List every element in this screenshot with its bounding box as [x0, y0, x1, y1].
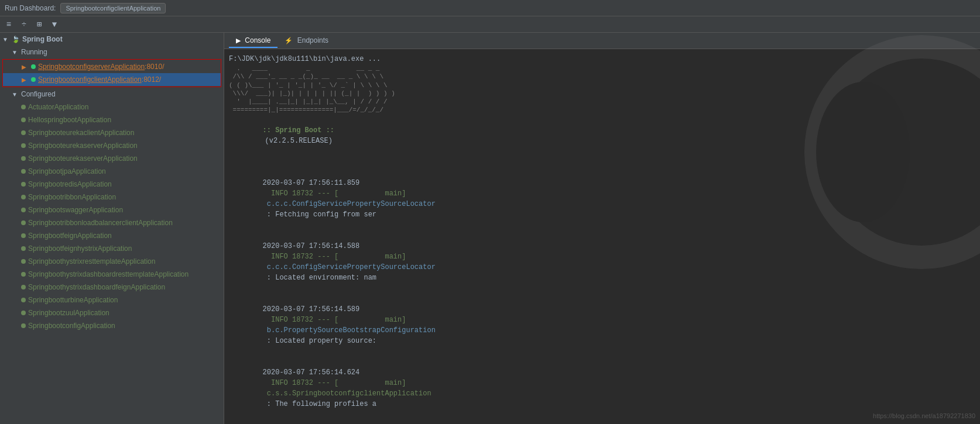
configclient-port: :8012/: [142, 75, 161, 84]
tab-console-label: Console: [245, 36, 270, 44]
ascii-line-6: =========|_|==============|___/=/_/_/_/: [229, 106, 975, 114]
tree-item-hello[interactable]: HellospringbootApplication: [0, 113, 224, 126]
log-line-4: 2020-03-07 17:56:14.624 INFO 18732 --- […: [229, 357, 975, 420]
tree-item-zuul[interactable]: SpringbootzuulApplication: [0, 306, 224, 319]
ascii-line-5: ' |____| .__|_| |_|_| |_\__, | / / / /: [229, 98, 975, 106]
tree-item-ribbon[interactable]: SpringbootribbonApplication: [0, 191, 224, 204]
label-config: SpringbootconfigApplication: [28, 322, 115, 330]
dot-eurekaserver1: [21, 143, 26, 148]
endpoints-tab-icon: ⚡: [285, 37, 293, 44]
dot-config: [21, 323, 26, 328]
toolbar-btn-menu[interactable]: ≡: [2, 18, 15, 31]
tree-item-redis[interactable]: SpringbootredisApplication: [0, 178, 224, 191]
label-ribbonlb: SpringbootribbonloadbalancerclientApplic…: [28, 219, 173, 227]
tree-item-hystrixdashfeign[interactable]: SpringboothystrixdashboardfeignApplicati…: [0, 281, 224, 294]
dot-feign: [21, 233, 26, 238]
dot-ribbon: [21, 195, 26, 199]
configured-group: ▼ Configured ActuatorApplication Hellosp…: [0, 88, 224, 332]
label-ribbon: SpringbootribbonApplication: [28, 193, 116, 201]
watermark: https://blog.csdn.net/a18792271830: [873, 412, 975, 419]
tree-item-hystrixdashrest[interactable]: SpringboothystrixdashboardresttemplateAp…: [0, 268, 224, 281]
dot-hystrixdashrest: [21, 272, 26, 277]
label-eurekaserver: SpringbooteurekaserverApplication: [28, 154, 138, 163]
toolbar-btn-filter[interactable]: ▼: [48, 18, 61, 31]
running-group: ▼ Running ▶ SpringbootconfigserverApplic…: [0, 46, 224, 87]
log-line-5: 2020-03-07 17:56:14.992 INFO 18732 --- […: [229, 420, 975, 424]
label-hystrixdashfeign: SpringboothystrixdashboardfeignApplicati…: [28, 283, 165, 291]
label-hystrixdashrest: SpringboothystrixdashboardresttemplateAp…: [28, 270, 189, 278]
ascii-line-1: . ____ _ __ _ _: [229, 64, 975, 73]
log-line-1: 2020-03-07 17:56:11.859 INFO 18732 --- […: [229, 167, 975, 230]
spring-label: :: Spring Boot ::: [263, 126, 334, 135]
arrow-configclient: ▶: [22, 77, 31, 83]
right-panel: ▶ Console ⚡ Endpoints F:\JDK\jdk\jdk8u11…: [224, 33, 980, 424]
tab-endpoints[interactable]: ⚡ Endpoints: [277, 34, 335, 48]
toolbar: ≡ ÷ ⊞ ▼: [0, 16, 980, 33]
ascii-line-3: ( ( )\___ | '_ | '_| | '_ \/ _` | \ \ \ …: [229, 81, 975, 89]
tree-item-feignhystrix[interactable]: SpringbootfeignhystrixApplication: [0, 242, 224, 255]
label-eurekaclient: SpringbooteurekaclientApplication: [28, 129, 134, 137]
ascii-line-2: /\\ / ___'_ __ _ _(_)_ __ __ _ \ \ \ \: [229, 73, 975, 81]
spring-version: (v2.2.5.RELEASE): [265, 137, 333, 145]
label-eurekaserver1: SpringbooteurekaserverApplication: [28, 142, 138, 150]
run-dot-configserver: [31, 64, 36, 69]
label-turbine: SpringbootturbineApplication: [28, 296, 118, 304]
tree-item-configclient[interactable]: ▶ SpringbootconfigclientApplication :801…: [3, 73, 221, 86]
tab-console[interactable]: ▶ Console: [229, 34, 277, 48]
tree-item-config[interactable]: SpringbootconfigApplication: [0, 319, 224, 332]
tree-item-eurekaserver1[interactable]: SpringbooteurekaserverApplication: [0, 139, 224, 152]
dot-turbine: [21, 298, 26, 302]
label-hystrixrest: SpringboothystrixresttemplateApplication: [28, 257, 155, 266]
dot-ribbonlb: [21, 220, 26, 225]
label-swagger: SpringbootswaggerApplication: [28, 206, 123, 214]
red-border-running-items: ▶ SpringbootconfigserverApplication :801…: [2, 59, 221, 87]
toolbar-btn-split[interactable]: ÷: [18, 18, 30, 31]
dot-hystrixdashfeign: [21, 285, 26, 289]
tree-arrow-running: ▼: [12, 49, 21, 56]
top-bar: Run Dashboard: SpringbootconfigclientApp…: [0, 0, 980, 16]
ascii-line-4: \\\/ ___)| |_)| | | | | || (_| | ) ) ) ): [229, 89, 975, 98]
log-line-2: 2020-03-07 17:56:14.588 INFO 18732 --- […: [229, 230, 975, 294]
dot-actuator: [21, 105, 26, 109]
active-run-tab[interactable]: SpringbootconfigclientApplication: [60, 3, 166, 13]
arrow-configserver: ▶: [22, 64, 31, 70]
springboot-icon: 🍃: [12, 36, 20, 43]
dot-zuul: [21, 311, 26, 315]
tree-item-hystrixrest[interactable]: SpringboothystrixresttemplateApplication: [0, 255, 224, 268]
tree-configured[interactable]: ▼ Configured: [0, 88, 224, 101]
run-dot-configclient: [31, 77, 36, 82]
console-output[interactable]: F:\JDK\jdk\jdk8u111\bin\java.exe ... . _…: [224, 49, 980, 424]
dot-swagger: [21, 208, 26, 212]
dot-hello: [21, 118, 26, 122]
tree-item-actuator[interactable]: ActuatorApplication: [0, 101, 224, 113]
toolbar-btn-layout[interactable]: ⊞: [33, 18, 46, 31]
tree-arrow-springboot: ▼: [2, 36, 12, 43]
label-actuator: ActuatorApplication: [28, 103, 88, 111]
dot-redis: [21, 182, 26, 187]
tree-running[interactable]: ▼ Running: [0, 46, 224, 58]
main-layout: ▼ 🍃 Spring Boot ▼ Running ▶ Springbootco…: [0, 33, 980, 424]
tree-item-eurekaserver[interactable]: SpringbooteurekaserverApplication: [0, 152, 224, 165]
running-label: Running: [21, 48, 47, 56]
tree-item-ribbonlb[interactable]: SpringbootribbonloadbalancerclientApplic…: [0, 216, 224, 229]
tree-item-jpa[interactable]: SpringbootjpaApplication: [0, 165, 224, 178]
console-tab-icon: ▶: [236, 37, 241, 44]
tree-arrow-configured: ▼: [12, 91, 21, 98]
spring-boot-version: :: Spring Boot :: (v2.2.5.RELEASE): [229, 115, 975, 157]
tab-endpoints-label: Endpoints: [297, 36, 328, 44]
tree-item-configserver[interactable]: ▶ SpringbootconfigserverApplication :801…: [3, 60, 221, 73]
tree-item-eurekaclient[interactable]: SpringbooteurekaclientApplication: [0, 126, 224, 139]
label-feignhystrix: SpringbootfeignhystrixApplication: [28, 244, 132, 253]
tree-item-swagger[interactable]: SpringbootswaggerApplication: [0, 204, 224, 216]
tree-item-feign[interactable]: SpringbootfeignApplication: [0, 229, 224, 242]
configclient-label: SpringbootconfigclientApplication: [38, 75, 142, 84]
log-line-3: 2020-03-07 17:56:14.589 INFO 18732 --- […: [229, 294, 975, 357]
dot-jpa: [21, 169, 26, 174]
console-tabs: ▶ Console ⚡ Endpoints: [224, 33, 980, 49]
tree-item-turbine[interactable]: SpringbootturbineApplication: [0, 294, 224, 306]
label-zuul: SpringbootzuulApplication: [28, 309, 109, 317]
tree-root-springboot[interactable]: ▼ 🍃 Spring Boot: [0, 33, 224, 46]
run-dashboard-label: Run Dashboard:: [5, 4, 56, 12]
dot-eurekaserver: [21, 156, 26, 161]
console-header: F:\JDK\jdk\jdk8u111\bin\java.exe ...: [229, 54, 975, 64]
